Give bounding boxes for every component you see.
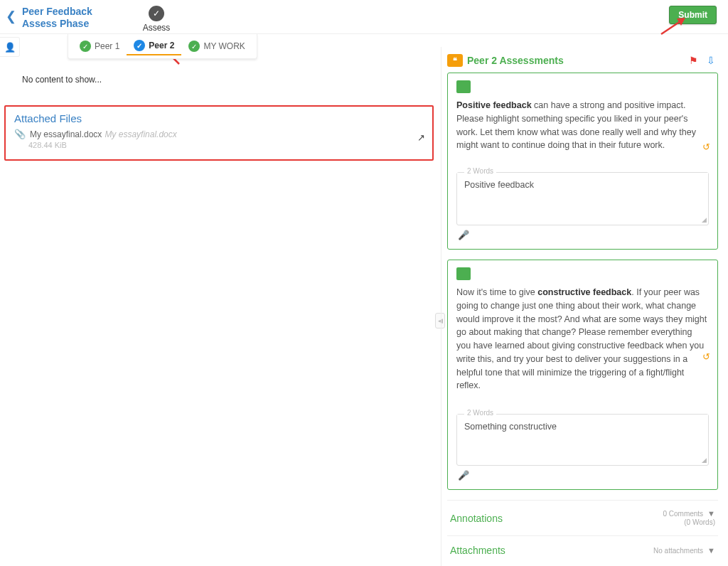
tab-peer2[interactable]: ✓ Peer 2 (127, 37, 181, 55)
prompt-rest: . If your peer was going to change just … (456, 287, 707, 390)
file-name-hint: My essayfinal.docx (105, 129, 176, 139)
mic-row: 🎤 (456, 225, 709, 242)
resize-icon[interactable]: ◢ (702, 456, 707, 464)
prompt-lead: Positive feedback (456, 100, 532, 110)
word-count: 2 Words (464, 167, 496, 175)
constructive-input-wrap: 2 Words Something constructive ◢ (456, 414, 709, 466)
tab-mywork[interactable]: ✓ MY WORK (181, 37, 252, 55)
panel-title: Peer 2 Assessments (467, 55, 564, 66)
flag-icon[interactable]: ⚑ (689, 55, 698, 66)
annotations-section[interactable]: Annotations 0 Comments▼ (0 Words) (447, 500, 718, 535)
section-meta: 0 Comments▼ (0 Words) (663, 509, 715, 527)
attached-files-section: Attached Files 📎 My essayfinal.docx My e… (4, 105, 434, 161)
panel-actions: ⚑ ⇩ (689, 55, 715, 66)
prompt-bold: constructive feedback (537, 287, 631, 297)
check-icon: ✓ (80, 41, 91, 52)
title-line2: Assess Phase (22, 18, 92, 30)
file-row[interactable]: 📎 My essayfinal.docx My essayfinal.docx (14, 129, 424, 139)
title-line1: Peer Feedback (22, 6, 92, 18)
file-name: My essayfinal.docx (30, 129, 102, 139)
section-meta: No attachments▼ (653, 546, 715, 555)
constructive-feedback-card: Now it's time to give constructive feedb… (447, 260, 718, 490)
check-icon: ✓ (188, 41, 200, 52)
refresh-icon[interactable]: ↺ (702, 351, 710, 362)
peer-tabs: ✓ Peer 1 ✓ Peer 2 ✓ MY WORK (68, 34, 257, 59)
attached-title: Attached Files (14, 112, 424, 124)
check-icon: ✓ (149, 6, 164, 21)
word-count: 2 Words (464, 409, 496, 417)
refresh-icon[interactable]: ↺ (702, 142, 710, 152)
panel-title-wrap: ❝ Peer 2 Assessments (447, 54, 564, 67)
submit-button[interactable]: Submit (669, 6, 717, 24)
meta-line1: 0 Comments (663, 510, 703, 518)
positive-feedback-card: Positive feedback can have a strong and … (447, 73, 718, 250)
back-arrow-icon[interactable]: ❮ (6, 6, 22, 24)
section-title: Attachments (450, 545, 505, 556)
content-area: No content to show... Attached Files 📎 M… (4, 58, 434, 161)
open-external-icon[interactable]: ↗ (417, 132, 425, 143)
meta-line2: (0 Words) (684, 518, 715, 526)
page-title: Peer Feedback Assess Phase (22, 6, 92, 30)
constructive-textarea[interactable]: Something constructive (457, 415, 708, 463)
phase-label: Assess (132, 23, 181, 33)
check-icon: ✓ (134, 40, 145, 51)
tab-label: Peer 1 (95, 41, 119, 51)
constructive-prompt: Now it's time to give constructive feedb… (456, 286, 709, 393)
paperclip-icon: 📎 (14, 129, 26, 139)
download-icon[interactable]: ⇩ (707, 55, 715, 66)
file-size: 428.44 KiB (28, 141, 424, 149)
comment-icon (456, 80, 471, 93)
chevron-down-icon: ▼ (707, 509, 715, 518)
tab-label: Peer 2 (149, 41, 174, 50)
phase-indicator: ✓ Assess (132, 6, 181, 36)
resize-icon[interactable]: ◢ (702, 216, 707, 223)
section-title: Annotations (450, 513, 503, 524)
panel-header: ❝ Peer 2 Assessments ⚑ ⇩ (447, 53, 718, 73)
header: ❮ Peer Feedback Assess Phase Submit (0, 0, 728, 34)
empty-state: No content to show... (4, 58, 434, 101)
meta-text: No attachments (653, 547, 703, 555)
chevron-down-icon: ▼ (707, 546, 715, 555)
microphone-icon[interactable]: 🎤 (458, 470, 469, 481)
positive-input-wrap: 2 Words Positive feedback ◢ (456, 172, 709, 225)
positive-prompt: Positive feedback can have a strong and … (456, 99, 709, 152)
positive-textarea[interactable]: Positive feedback (457, 173, 708, 223)
quote-icon: ❝ (447, 54, 463, 67)
mic-row: 🎤 (456, 466, 709, 482)
tab-peer1[interactable]: ✓ Peer 1 (73, 37, 127, 55)
attachments-section[interactable]: Attachments No attachments▼ (447, 535, 718, 565)
tab-label: MY WORK (203, 41, 245, 51)
header-left: ❮ Peer Feedback Assess Phase (6, 6, 92, 30)
sidebar-toggle-icon[interactable]: 👤 (0, 37, 20, 57)
prompt-pre: Now it's time to give (456, 287, 537, 297)
microphone-icon[interactable]: 🎤 (458, 230, 469, 240)
assessment-panel: ❝ Peer 2 Assessments ⚑ ⇩ Positive feedba… (441, 47, 724, 566)
comment-icon (456, 267, 471, 280)
